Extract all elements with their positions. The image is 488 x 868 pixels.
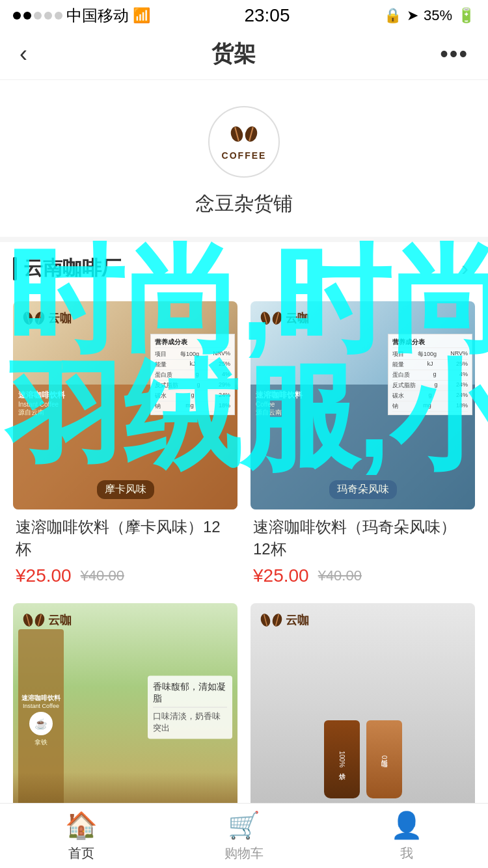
product-image-p2: 云咖 速溶咖啡饮料 Coffee 源自云南 营养成分表 项目每100gNRV% … xyxy=(251,301,475,509)
section-header-yunnan[interactable]: 云南咖啡厂 › xyxy=(0,237,488,295)
nutrition-row-1: 能量kJ25% xyxy=(155,360,230,370)
bag-lightbrown: 咖啡01 xyxy=(366,720,402,798)
location-icon: ➤ xyxy=(407,7,418,24)
product-card-p1[interactable]: 云咖 速溶咖啡饮料 Instant Coffee 源自云南 营养成分表 项目每1… xyxy=(7,295,244,597)
nav-item-user[interactable]: 👤 我 xyxy=(325,810,488,862)
section-title-wrapper: 云南咖啡厂 xyxy=(13,255,121,282)
signal-dot-5 xyxy=(55,12,62,20)
nav-item-cart[interactable]: 🛒 购物车 xyxy=(163,810,325,862)
nutrition-row-4: 碳水g24% xyxy=(155,391,230,401)
brand-name-p1: 云咖 xyxy=(48,310,72,326)
product-card-p3[interactable]: 云咖 速溶咖啡饮料 Instant Coffee ☕ 拿铁 香味馥郁，清如凝脂 … xyxy=(7,597,244,818)
product-img-mocha: 云咖 速溶咖啡饮料 Instant Coffee 源自云南 营养成分表 项目每1… xyxy=(13,301,237,509)
brand-logo-p2: 云咖 xyxy=(260,309,309,327)
n2-row-2: 蛋白质g4% xyxy=(392,370,468,381)
roast-bags: 100%烘炒 咖啡01 xyxy=(324,720,402,798)
signal-dot-2 xyxy=(23,12,31,20)
brand-name-p3: 云咖 xyxy=(48,612,72,628)
nutrition-header-p2: 项目每100gNRV% xyxy=(392,349,468,360)
flavor-badge-p1: 摩卡风味 xyxy=(97,480,154,499)
product-grid: 云咖 速溶咖啡饮料 Instant Coffee 源自云南 营养成分表 项目每1… xyxy=(0,295,488,818)
product-image-p4: 云咖 100%烘炒 咖啡01 xyxy=(251,603,475,811)
price-original-p1: ¥40.00 xyxy=(81,567,124,584)
product-info-p2: 速溶咖啡饮料（玛奇朵风味）12杯 ¥25.00 ¥40.00 xyxy=(251,509,475,590)
brand-logo-p4: 云咖 xyxy=(260,611,309,629)
store-name: 念豆杂货铺 xyxy=(195,191,293,217)
bottom-nav: 🏠 首页 🛒 购物车 👤 我 xyxy=(0,803,488,868)
n2-row-3: 反式脂肪g24% xyxy=(392,381,468,391)
yunka-icon-p2 xyxy=(260,309,283,327)
nav-item-home[interactable]: 🏠 首页 xyxy=(0,810,163,862)
status-right: 🔒 ➤ 35% 🔋 xyxy=(384,7,475,24)
product-prices-p1: ¥25.00 ¥40.00 xyxy=(16,565,235,586)
bag-label-brown: 100%烘炒 xyxy=(337,751,346,768)
nutrition-overlay-p1: 营养成分表 项目每100gNRV% 能量kJ25% 蛋白质g4% 反式脂肪g29… xyxy=(150,334,235,415)
latte-tagline1: 香味馥郁，清如凝脂 xyxy=(153,681,227,705)
store-header: COFFEE 念豆杂货铺 xyxy=(0,80,488,237)
wifi-icon: 📶 xyxy=(133,7,150,24)
nutrition-header-p1: 项目每100gNRV% xyxy=(155,349,230,360)
home-icon: 🏠 xyxy=(65,810,98,841)
latte-flavor: 拿铁 xyxy=(34,738,47,747)
n2-row-4: 碳水g24% xyxy=(392,391,468,401)
product-card-p4[interactable]: 云咖 100%烘炒 咖啡01 xyxy=(244,597,481,818)
nutrition-row-2: 蛋白质g4% xyxy=(155,370,230,381)
product-name-p2: 速溶咖啡饮料（玛奇朵风味）12杯 xyxy=(253,516,472,560)
n2-row-5: 钠mg18% xyxy=(392,401,468,412)
yunka-icon-p3 xyxy=(22,611,46,629)
price-original-p2: ¥40.00 xyxy=(318,567,362,584)
more-button[interactable]: ••• xyxy=(440,40,468,68)
lock-icon: 🔒 xyxy=(384,7,401,24)
bag-brown: 100%烘炒 xyxy=(324,720,360,798)
product-img-latte: 云咖 速溶咖啡饮料 Instant Coffee ☕ 拿铁 香味馥郁，清如凝脂 … xyxy=(13,603,237,811)
status-bar: 中国移动 📶 23:05 🔒 ➤ 35% 🔋 xyxy=(0,0,488,29)
brand-name-p2: 云咖 xyxy=(286,310,309,326)
nav-label-cart: 购物车 xyxy=(224,845,264,862)
nutrition-row-3: 反式脂肪g29% xyxy=(155,381,230,391)
product-name-p1: 速溶咖啡饮料（摩卡风味）12杯 xyxy=(16,516,235,560)
price-current-p2: ¥25.00 xyxy=(253,565,309,586)
product-info-p1: 速溶咖啡饮料（摩卡风味）12杯 ¥25.00 ¥40.00 xyxy=(13,509,237,590)
status-time: 23:05 xyxy=(244,5,290,26)
back-button[interactable]: ‹ xyxy=(20,40,27,68)
brand-name-p4: 云咖 xyxy=(286,612,309,628)
signal-dot-3 xyxy=(34,12,42,20)
section-arrow-icon[interactable]: › xyxy=(461,256,468,280)
coffee-label-text: COFFEE xyxy=(222,150,267,161)
coffee-beans-icon xyxy=(230,124,258,149)
page-title: 货架 xyxy=(211,39,256,69)
section-bar-decoration xyxy=(13,257,17,280)
nutrition-row-5: 钠mg18% xyxy=(155,401,230,412)
store-logo: COFFEE xyxy=(208,106,280,178)
flavor-badge-p2: 玛奇朵风味 xyxy=(329,480,397,499)
user-icon: 👤 xyxy=(390,810,423,841)
product-prices-p2: ¥25.00 ¥40.00 xyxy=(253,565,472,586)
product-card-p2[interactable]: 云咖 速溶咖啡饮料 Coffee 源自云南 营养成分表 项目每100gNRV% … xyxy=(244,295,481,597)
product-img-marqis: 云咖 速溶咖啡饮料 Coffee 源自云南 营养成分表 项目每100gNRV% … xyxy=(251,301,475,509)
carrier-name: 中国移动 xyxy=(66,5,129,26)
product-img-roast: 云咖 100%烘炒 咖啡01 xyxy=(251,603,475,811)
n2-row-1: 能量kJ25% xyxy=(392,360,468,370)
status-left: 中国移动 📶 xyxy=(13,5,150,26)
nutrition-overlay-p2: 营养成分表 项目每100gNRV% 能量kJ25% 蛋白质g4% 反式脂肪g24… xyxy=(388,334,472,415)
yunka-icon-p1 xyxy=(22,309,46,327)
cart-icon: 🛒 xyxy=(228,810,260,841)
nav-label-user: 我 xyxy=(400,845,413,862)
battery-level: 35% xyxy=(424,7,452,24)
battery-icon: 🔋 xyxy=(457,7,475,24)
signal-dot-1 xyxy=(13,12,21,20)
yunka-icon-p4 xyxy=(260,611,283,629)
bag-label-light: 咖啡01 xyxy=(379,755,388,763)
nav-label-home: 首页 xyxy=(68,845,94,862)
latte-tagline2: 口味清淡，奶香味突出 xyxy=(153,711,227,734)
price-current-p1: ¥25.00 xyxy=(16,565,72,586)
product-image-p1: 云咖 速溶咖啡饮料 Instant Coffee 源自云南 营养成分表 项目每1… xyxy=(13,301,237,509)
nav-bar: ‹ 货架 ••• xyxy=(0,29,488,80)
signal-dot-4 xyxy=(44,12,52,20)
signal-dots xyxy=(13,12,62,20)
brand-logo-p3: 云咖 xyxy=(22,611,72,629)
product-image-p3: 云咖 速溶咖啡饮料 Instant Coffee ☕ 拿铁 香味馥郁，清如凝脂 … xyxy=(13,603,237,811)
section-title: 云南咖啡厂 xyxy=(23,255,121,282)
nutrition-title-p1: 营养成分表 xyxy=(155,337,230,348)
brand-logo-p1: 云咖 xyxy=(22,309,72,327)
